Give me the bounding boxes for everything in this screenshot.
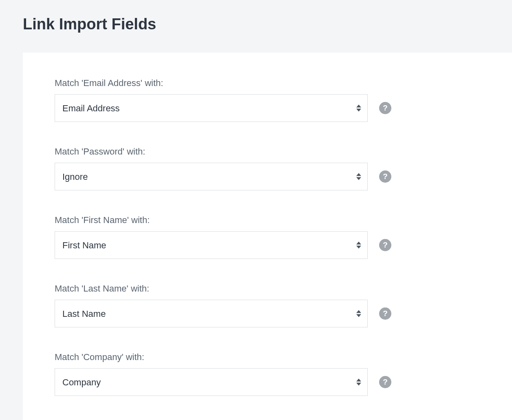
help-icon[interactable]: ? [379,170,391,183]
field-label: Match 'Last Name' with: [55,283,480,294]
help-icon[interactable]: ? [379,376,391,388]
field-group-first-name: Match 'First Name' with: First Name ? [55,215,480,259]
field-row: Last Name ? [55,300,480,327]
field-group-company: Match 'Company' with: Company ? [55,352,480,396]
match-company-select[interactable]: Company [55,368,368,396]
match-last-name-select[interactable]: Last Name [55,300,368,327]
field-label: Match 'First Name' with: [55,215,480,225]
field-label: Match 'Email Address' with: [55,78,480,88]
field-group-email-address: Match 'Email Address' with: Email Addres… [55,78,480,122]
field-row: Company ? [55,368,480,396]
field-row: Email Address ? [55,94,480,122]
select-wrap: Email Address [55,94,368,122]
field-group-last-name: Match 'Last Name' with: Last Name ? [55,283,480,327]
import-fields-card: Match 'Email Address' with: Email Addres… [23,53,512,420]
field-label: Match 'Company' with: [55,352,480,363]
match-email-address-select[interactable]: Email Address [55,94,368,122]
page-title: Link Import Fields [0,0,512,33]
match-first-name-select[interactable]: First Name [55,231,368,259]
field-label: Match 'Password' with: [55,146,480,157]
field-group-password: Match 'Password' with: Ignore ? [55,146,480,190]
help-icon[interactable]: ? [379,239,391,251]
select-wrap: Company [55,368,368,396]
select-wrap: Ignore [55,163,368,190]
help-icon[interactable]: ? [379,307,391,320]
select-wrap: Last Name [55,300,368,327]
help-icon[interactable]: ? [379,102,391,114]
match-password-select[interactable]: Ignore [55,163,368,190]
field-row: Ignore ? [55,163,480,190]
select-wrap: First Name [55,231,368,259]
field-row: First Name ? [55,231,480,259]
